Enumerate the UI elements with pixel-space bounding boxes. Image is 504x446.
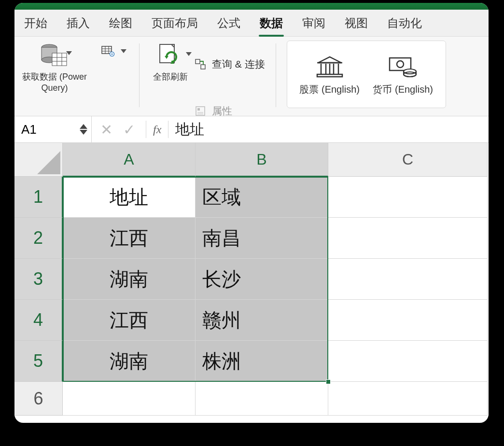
fx-button[interactable]: fx: [148, 123, 166, 136]
cell-a1[interactable]: 地址: [63, 177, 196, 218]
stocks-data-type[interactable]: 股票 (English): [299, 53, 359, 96]
svg-rect-33: [390, 58, 411, 70]
svg-rect-19: [201, 65, 205, 69]
tab-view[interactable]: 视图: [344, 13, 369, 34]
from-picture-icon: [101, 44, 115, 58]
cell-b3[interactable]: 长沙: [196, 259, 328, 300]
name-box-value: A1: [21, 122, 37, 137]
row-header-3[interactable]: 3: [14, 259, 63, 300]
tab-data[interactable]: 数据: [259, 13, 284, 34]
ribbon-tabs: 开始 插入 绘图 页面布局 公式 数据 审阅 视图 自动化: [14, 10, 489, 37]
tab-draw[interactable]: 绘图: [108, 13, 133, 34]
svg-rect-3: [52, 53, 67, 66]
data-types-gallery[interactable]: 股票 (English) 货币 (English): [287, 41, 446, 108]
queries-connections-button[interactable]: 查询 & 连接: [194, 43, 265, 84]
select-all-corner[interactable]: [14, 143, 63, 177]
cell-a2[interactable]: 江西: [63, 218, 196, 259]
cell-b1[interactable]: 区域: [196, 177, 328, 218]
currencies-label: 货币 (English): [373, 83, 433, 96]
cancel-formula-button: ✕: [100, 121, 112, 138]
row-header-4[interactable]: 4: [14, 300, 63, 341]
chevron-down-icon: [121, 49, 126, 53]
cell-c5[interactable]: [328, 341, 488, 382]
properties-label: 属性: [212, 104, 232, 118]
refresh-all-button[interactable]: 全部刷新: [150, 40, 191, 84]
svg-point-34: [397, 61, 404, 68]
fill-handle[interactable]: [326, 379, 331, 384]
col-header-b[interactable]: B: [196, 143, 328, 177]
tab-automate[interactable]: 自动化: [386, 13, 423, 34]
svg-rect-21: [197, 108, 200, 111]
currencies-data-type[interactable]: 货币 (English): [373, 53, 433, 96]
titlebar: [14, 3, 489, 10]
excel-window: 开始 插入 绘图 页面布局 公式 数据 审阅 视图 自动化: [14, 3, 489, 423]
svg-rect-18: [196, 59, 200, 64]
queries-connections-label: 查询 & 连接: [212, 57, 265, 71]
cell-a6[interactable]: [63, 382, 196, 416]
cell-c1[interactable]: [328, 177, 488, 218]
cell-a3[interactable]: 湖南: [63, 259, 196, 300]
name-box[interactable]: A1: [14, 116, 92, 142]
svg-point-14: [112, 54, 113, 55]
chevron-up-icon: [80, 124, 87, 129]
cell-b4[interactable]: 赣州: [196, 300, 328, 341]
row-header-2[interactable]: 2: [14, 218, 63, 259]
tab-insert[interactable]: 插入: [66, 13, 91, 34]
cell-c6[interactable]: [328, 382, 488, 416]
tab-review[interactable]: 审阅: [301, 13, 326, 34]
get-data-label: 获取数据 (Power Query): [21, 71, 88, 93]
spreadsheet-grid[interactable]: A B C 1 地址 区域 2 江西 南昌 3 湖南 长沙 4 江西 赣州: [14, 143, 489, 416]
cell-c3[interactable]: [328, 259, 488, 300]
row-header-6[interactable]: 6: [14, 382, 63, 416]
row-header-5[interactable]: 5: [14, 341, 63, 382]
formula-input[interactable]: [170, 116, 489, 142]
formula-bar: A1 ✕ ✓ fx: [14, 116, 489, 143]
chevron-down-icon: [80, 130, 87, 135]
tab-formulas[interactable]: 公式: [216, 13, 241, 34]
cell-b6[interactable]: [196, 382, 328, 416]
col-header-a[interactable]: A: [63, 143, 196, 177]
cell-a5[interactable]: 湖南: [63, 341, 196, 382]
name-box-stepper[interactable]: [80, 124, 87, 135]
cell-b2[interactable]: 南昌: [196, 218, 328, 259]
refresh-all-label: 全部刷新: [153, 71, 188, 83]
chevron-down-icon: [186, 52, 192, 56]
tab-home[interactable]: 开始: [23, 13, 48, 34]
cell-b5[interactable]: 株洲: [196, 341, 328, 382]
row-header-1[interactable]: 1: [14, 177, 63, 218]
properties-icon: [194, 104, 207, 118]
svg-marker-25: [318, 57, 341, 63]
database-icon: [37, 42, 72, 70]
svg-rect-32: [317, 74, 342, 77]
from-picture-button[interactable]: [99, 43, 128, 59]
enter-formula-button: ✓: [123, 121, 135, 138]
currency-icon: [388, 53, 419, 80]
tab-layout[interactable]: 页面布局: [151, 13, 199, 34]
col-header-c[interactable]: C: [328, 143, 488, 177]
stocks-label: 股票 (English): [299, 83, 359, 96]
chevron-down-icon: [66, 51, 72, 55]
bank-icon: [314, 53, 345, 80]
queries-icon: [194, 57, 207, 71]
refresh-icon: [153, 42, 188, 70]
cell-a4[interactable]: 江西: [63, 300, 196, 341]
get-data-button[interactable]: 获取数据 (Power Query): [18, 40, 91, 95]
ribbon: 获取数据 (Power Query): [14, 37, 489, 116]
cell-c4[interactable]: [328, 300, 488, 341]
cell-c2[interactable]: [328, 218, 488, 259]
